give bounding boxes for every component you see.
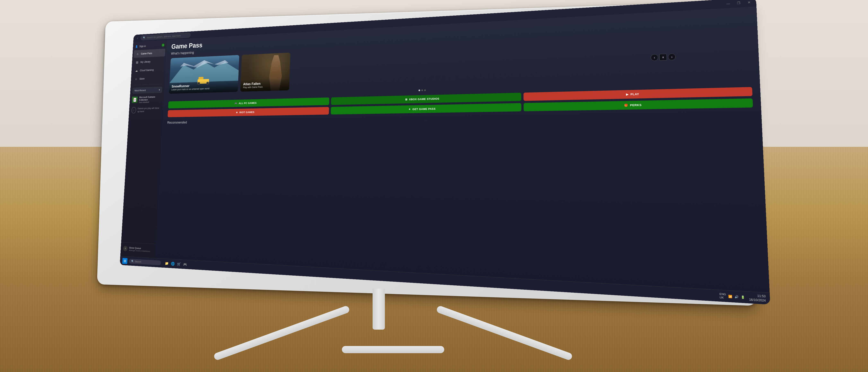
minimize-button[interactable]: — — [725, 1, 732, 6]
all-pc-games-button[interactable]: 🎮 ALL PC GAMES — [168, 97, 329, 108]
sidebar-item-game-pass[interactable]: ⌂ Game Pass — [133, 49, 165, 58]
language-indicator: ENGUK — [719, 292, 726, 299]
sidebar-divider — [133, 84, 162, 85]
recent-game-name: Microsoft Solitaire Collection — [139, 95, 162, 101]
get-game-pass-button[interactable]: ✦ GET GAME PASS — [331, 103, 521, 115]
window-controls: — ❐ ✕ — [725, 0, 752, 6]
back-button[interactable]: ‹ — [135, 35, 139, 40]
dot-3 — [424, 90, 426, 91]
sign-in-label: Sign in — [139, 44, 146, 48]
play-label: Play — [630, 93, 639, 96]
sidebar-item-cloud-gaming[interactable]: ☁ Cloud Gaming — [132, 65, 164, 74]
taskbar-search-icon: 🔍 — [131, 260, 134, 263]
taskbar-right: ENGUK 📶 🔊 🔋 11:53 16/10/2024 — [719, 292, 766, 303]
recent-game-solitaire[interactable]: 🃏 Microsoft Solitaire Collection Just in… — [129, 94, 164, 105]
action-buttons-grid: 🎮 ALL PC GAMES ⊞ XBOX GAME STUDIOS ▶ Pla… — [168, 87, 753, 117]
riot-games-label: RIOT GAMES — [239, 111, 254, 114]
battery-icon: 🔋 — [741, 295, 745, 299]
sidebar-bottom: ⬇ Show Queue Manage recent installations — [120, 242, 156, 256]
play-placeholder-icon: ▷ — [131, 107, 136, 114]
xbox-game-studios-button[interactable]: ⊞ XBOX GAME STUDIOS — [331, 93, 521, 105]
start-button[interactable]: ⊞ — [122, 258, 128, 264]
xbox-app: ‹ 🔍 Search for games, add-ons, and more … — [120, 0, 770, 305]
dot-1 — [418, 90, 420, 91]
stand-foot-right — [436, 305, 573, 361]
monitor-shell: ‹ 🔍 Search for games, add-ons, and more … — [76, 10, 792, 334]
carousel-prev-button[interactable]: ‹ — [651, 54, 658, 61]
diamond-icon: ✦ — [408, 108, 411, 111]
monitor-stand-base — [198, 321, 588, 362]
atlas-fallen-info: Atlas Fallen Play with Game Pass — [240, 78, 290, 92]
stand-foot-center — [342, 346, 444, 353]
gift-icon: 🎁 — [624, 103, 628, 107]
gamepad-icon: 🎮 — [235, 102, 237, 105]
main-content: Game Pass What's happening — [155, 6, 770, 293]
wifi-icon: 📶 — [728, 294, 733, 298]
filter-label: Most Recent — [134, 89, 146, 92]
stand-foot-left — [213, 305, 350, 361]
notification-count: 1 — [162, 44, 163, 46]
app-content: 👤 Sign in 1 ⌂ Game Pass ▤ — [120, 6, 770, 293]
placeholder-text: Games you play will show up here! — [137, 107, 161, 113]
taskbar-search[interactable]: 🔍 Search — [129, 259, 161, 265]
queue-text-group: Show Queue Manage recent installations — [129, 246, 151, 252]
queue-icon: ⬇ — [123, 246, 128, 251]
xbox-game-studios-label: XBOX GAME STUDIOS — [409, 97, 439, 101]
screen-area: ‹ 🔍 Search for games, add-ons, and more … — [120, 0, 770, 305]
solitaire-thumbnail: 🃏 — [132, 97, 138, 103]
taskbar-app-explorer[interactable]: 📁 — [164, 260, 169, 267]
filter-dropdown[interactable]: Most Recent ▾ — [132, 87, 162, 94]
store-label: Store — [140, 77, 145, 80]
volume-icon: 🔊 — [734, 295, 739, 299]
close-button[interactable]: ✕ — [746, 0, 752, 5]
show-queue-button[interactable]: ⬇ Show Queue Manage recent installations — [123, 244, 153, 254]
filter-section: Most Recent ▾ — [130, 86, 164, 94]
games-placeholder: ▷ Games you play will show up here! — [129, 104, 163, 115]
riot-icon: ★ — [236, 111, 238, 114]
carousel-pause-button[interactable]: ⏸ — [659, 54, 667, 61]
sidebar-item-my-library[interactable]: ▤ My Library — [133, 57, 165, 66]
taskbar-app-store[interactable]: 🛒 — [176, 261, 182, 267]
perks-button[interactable]: 🎁 PERKS — [524, 98, 753, 112]
cloud-icon: ☁ — [135, 69, 138, 72]
carousel-item-atlas-fallen[interactable]: Atlas Fallen Play with Game Pass — [240, 53, 290, 92]
home-icon: ⌂ — [136, 52, 139, 56]
user-icon: 👤 — [135, 45, 138, 48]
store-icon: ☆ — [134, 77, 138, 81]
library-icon: ▤ — [135, 60, 138, 64]
search-icon: 🔍 — [143, 36, 146, 39]
search-placeholder: Search for games, add-ons, and more — [147, 34, 181, 39]
my-library-label: My Library — [140, 60, 151, 63]
game-pass-label: Game Pass — [141, 52, 152, 55]
system-tray: ENGUK 📶 🔊 🔋 — [719, 292, 745, 301]
get-game-pass-label: GET GAME PASS — [412, 107, 435, 111]
dropdown-arrow-icon: ▾ — [159, 88, 160, 91]
recent-game-info: Microsoft Solitaire Collection Just inst… — [139, 95, 161, 103]
carousel-item-snowrunner[interactable]: SnowRunner Leave your mark on an untamed… — [169, 55, 239, 94]
play-icon: ▶ — [626, 93, 628, 96]
sidebar-item-store[interactable]: ☆ Store — [132, 74, 164, 83]
taskbar-apps: 📁 🌐 🛒 🎮 — [164, 260, 188, 268]
cloud-gaming-label: Cloud Gaming — [140, 68, 154, 72]
carousel-nav: ‹ ⏸ › — [651, 54, 676, 61]
perks-label: PERKS — [630, 103, 642, 107]
date-display: 16/10/2024 — [749, 298, 766, 303]
snowrunner-info: SnowRunner Leave your mark on an untamed… — [169, 80, 238, 94]
taskbar-search-placeholder: Search — [135, 260, 142, 263]
system-clock[interactable]: 11:53 16/10/2024 — [749, 293, 766, 303]
all-pc-games-label: ALL PC GAMES — [239, 101, 257, 105]
riot-games-button[interactable]: ★ RIOT GAMES — [168, 107, 329, 117]
taskbar-app-edge[interactable]: 🌐 — [170, 260, 176, 267]
xbox-icon: ⊞ — [405, 98, 407, 101]
notification-badge: 1 — [161, 43, 164, 47]
dot-2 — [421, 90, 423, 91]
carousel-next-button[interactable]: › — [668, 54, 676, 60]
play-button[interactable]: ▶ Play — [523, 87, 752, 101]
maximize-button[interactable]: ❐ — [735, 1, 742, 5]
windows-icon: ⊞ — [124, 259, 126, 263]
monitor-bezel: ‹ 🔍 Search for games, add-ons, and more … — [97, 1, 757, 306]
recent-game-status: Just installed! — [139, 101, 161, 103]
taskbar-app-xbox[interactable]: 🎮 — [182, 261, 188, 268]
